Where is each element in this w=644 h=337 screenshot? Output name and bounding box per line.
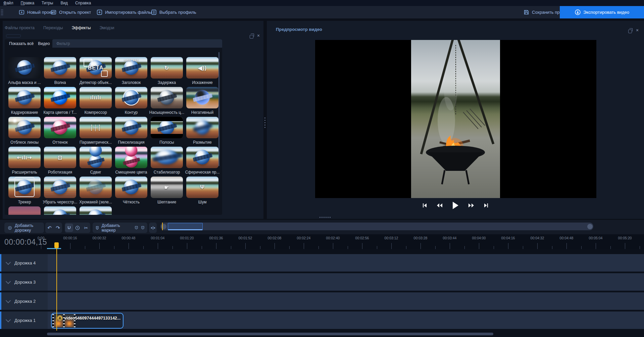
- skip-to-end-button[interactable]: [483, 203, 489, 208]
- effect-thumbnail: [8, 177, 41, 198]
- ruler-tick-minor: [523, 246, 523, 249]
- menu-item-5[interactable]: Справка: [75, 1, 91, 5]
- rewind-button[interactable]: [436, 203, 443, 208]
- add-marker-icon[interactable]: [95, 225, 100, 231]
- preview-splitter-handle[interactable]: [319, 217, 331, 218]
- effect-item[interactable]: Убрать чересстр...: [44, 177, 80, 204]
- effect-item[interactable]: Полосы: [151, 117, 186, 145]
- track-header[interactable]: Дорожка 4: [1, 254, 48, 272]
- effect-item[interactable]: Карта цветов / Т...: [44, 87, 80, 115]
- video-clip[interactable]: A video546097444497133142...: [51, 313, 123, 329]
- playhead-handle[interactable]: [54, 242, 59, 248]
- timeline-navigator[interactable]: [160, 223, 593, 230]
- clock-button[interactable]: [73, 224, 82, 232]
- play-button[interactable]: [452, 201, 459, 209]
- effect-item[interactable]: Отблеск линзы: [8, 117, 44, 145]
- track-lane[interactable]: [48, 273, 644, 291]
- effects-panel: Файлы проектаПереходыЭффектыЭмодзи × Пок…: [3, 21, 263, 219]
- effect-item[interactable]: Смещение цвета: [115, 147, 151, 175]
- new-project-icon: [18, 9, 25, 15]
- choose-profile-button[interactable]: Выбрать профиль: [151, 6, 196, 18]
- open-project-button[interactable]: Открыть проект: [50, 6, 91, 18]
- track-lane[interactable]: [48, 254, 644, 272]
- timeline-horizontal-scrollbar[interactable]: [47, 333, 493, 335]
- effect-thumbnail: [44, 57, 76, 79]
- effect-item[interactable]: Сферическая пр...: [186, 147, 222, 175]
- new-project-button[interactable]: Новый проект: [18, 6, 55, 18]
- effect-item[interactable]: ΨШум: [186, 177, 222, 204]
- panel-detach-icon[interactable]: [250, 35, 253, 39]
- navigator-viewport[interactable]: [168, 223, 203, 230]
- toolbar-drag-handle[interactable]: [1, 9, 3, 16]
- cut-button[interactable]: ✂: [82, 224, 90, 232]
- chevron-down-icon[interactable]: [6, 279, 11, 284]
- menu-item-2[interactable]: Правка: [21, 1, 35, 5]
- chevron-down-icon[interactable]: [6, 317, 11, 322]
- add-marker-label[interactable]: Добавить маркер: [102, 223, 131, 233]
- effects-scrollbar[interactable]: [218, 52, 219, 166]
- track-lane[interactable]: [48, 292, 644, 310]
- effect-item[interactable]: [8, 206, 44, 215]
- effect-item[interactable]: ⇠ılı⇢Расширитель: [8, 147, 44, 175]
- menu-item-3[interactable]: Титры: [42, 1, 53, 5]
- effect-item[interactable]: BETAДетектор объек...: [80, 57, 115, 85]
- next-marker-button[interactable]: [141, 225, 145, 230]
- ruler-label: 00:03:28: [414, 236, 428, 240]
- export-video-button[interactable]: Экспортировать видео: [560, 6, 644, 18]
- panel-splitter-handle[interactable]: [264, 117, 265, 129]
- undo-button[interactable]: ↶: [47, 225, 52, 231]
- track-label: Дорожка 3: [14, 280, 36, 285]
- effect-item[interactable]: ↻Задержка: [151, 57, 186, 85]
- effect-item[interactable]: Контур: [115, 87, 151, 115]
- effect-item[interactable]: [80, 206, 115, 215]
- preview-detach-icon[interactable]: [628, 30, 632, 33]
- effect-item[interactable]: ⊡Роботизация: [44, 147, 80, 175]
- navigator-right-handle[interactable]: [587, 224, 593, 229]
- fast-forward-button[interactable]: [468, 203, 475, 208]
- magnet-icon: [66, 225, 72, 231]
- skip-to-start-button[interactable]: [422, 203, 428, 208]
- chevron-down-icon[interactable]: [6, 259, 11, 265]
- effect-glyph-icon: ◀)): [186, 57, 218, 79]
- effect-item[interactable]: Трекер: [8, 177, 44, 204]
- magnet-snap-button[interactable]: [65, 224, 73, 232]
- add-track-button[interactable]: Добавить дорожку: [4, 223, 44, 233]
- menu-item-1[interactable]: Файл: [3, 1, 13, 5]
- time-ruler[interactable]: 00:00:04,15 0:0000:00:1600:00:3200:00:48…: [0, 234, 644, 250]
- panel-tab-3[interactable]: Эффекты: [72, 26, 91, 30]
- effect-item[interactable]: Волна: [44, 57, 80, 85]
- effect-item[interactable]: [44, 206, 80, 215]
- effect-item[interactable]: ılıılıКомпрессор: [80, 87, 115, 115]
- redo-button[interactable]: ↷: [56, 225, 60, 231]
- effect-item[interactable]: ABC 123Заголовок: [115, 57, 151, 85]
- ruler-tick-major: [70, 243, 70, 249]
- effect-item[interactable]: Хромакей (зеле...: [80, 177, 115, 204]
- prev-marker-button[interactable]: [134, 225, 139, 230]
- panel-tab-1[interactable]: Файлы проекта: [5, 26, 35, 30]
- split-button[interactable]: [149, 223, 157, 233]
- panel-tab-4[interactable]: Эмодзи: [99, 26, 114, 30]
- effect-item[interactable]: ┊┼┊Параметрическ...: [80, 117, 115, 145]
- effect-item[interactable]: Кадрирование: [8, 87, 44, 115]
- track-header[interactable]: Дорожка 3: [1, 273, 48, 291]
- effect-item[interactable]: ☛Шептание: [151, 177, 186, 204]
- effect-item[interactable]: Стабилизатор: [151, 147, 186, 175]
- panel-tab-2[interactable]: Переходы: [43, 26, 63, 30]
- effect-item[interactable]: Пикселизация: [115, 117, 151, 145]
- panel-close-icon[interactable]: ×: [257, 34, 260, 38]
- chevron-down-icon[interactable]: [6, 298, 11, 303]
- effect-item[interactable]: Насыщенность ц...: [151, 87, 186, 115]
- track-header[interactable]: Дорожка 2: [1, 292, 48, 310]
- effect-item[interactable]: ◀))Искажение: [186, 57, 222, 85]
- effect-item[interactable]: Размытие: [186, 117, 222, 145]
- effect-item[interactable]: Негативный: [186, 87, 222, 115]
- effect-item[interactable]: Сдвиг: [80, 147, 115, 175]
- preview-close-icon[interactable]: ×: [636, 28, 639, 32]
- effect-item[interactable]: Чёткость: [115, 177, 151, 204]
- effect-item[interactable]: Альфа маска и ...: [8, 57, 44, 85]
- track-lane[interactable]: [48, 311, 644, 329]
- track-header[interactable]: Дорожка 1: [1, 311, 48, 329]
- import-files-button[interactable]: Импортировать файлы: [96, 6, 152, 18]
- effect-item[interactable]: Оттенок: [44, 117, 80, 145]
- menu-item-4[interactable]: Вид: [60, 1, 68, 5]
